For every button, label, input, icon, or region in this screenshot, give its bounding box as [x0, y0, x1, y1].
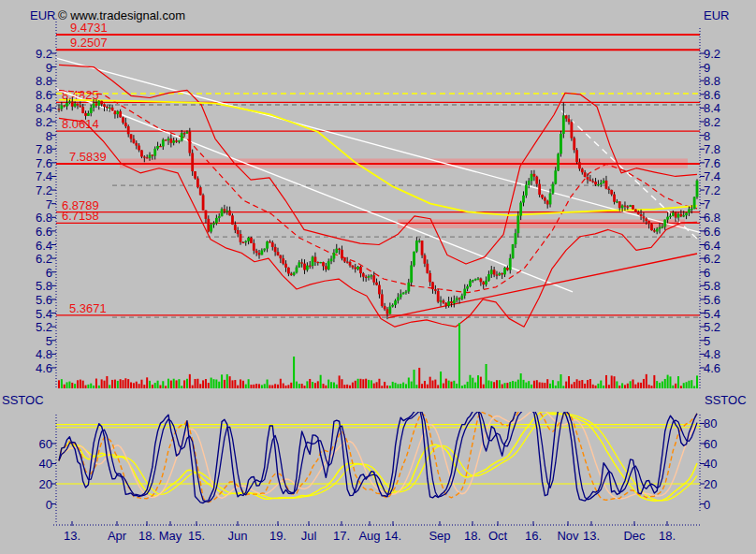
stochastic-layer [56, 407, 700, 503]
trading-chart-window: { "app": { "copyright": "© www.tradesign… [0, 0, 756, 554]
volume-bars-layer [58, 323, 698, 388]
chart-canvas[interactable] [0, 0, 756, 554]
candlestick-layer [58, 97, 699, 319]
